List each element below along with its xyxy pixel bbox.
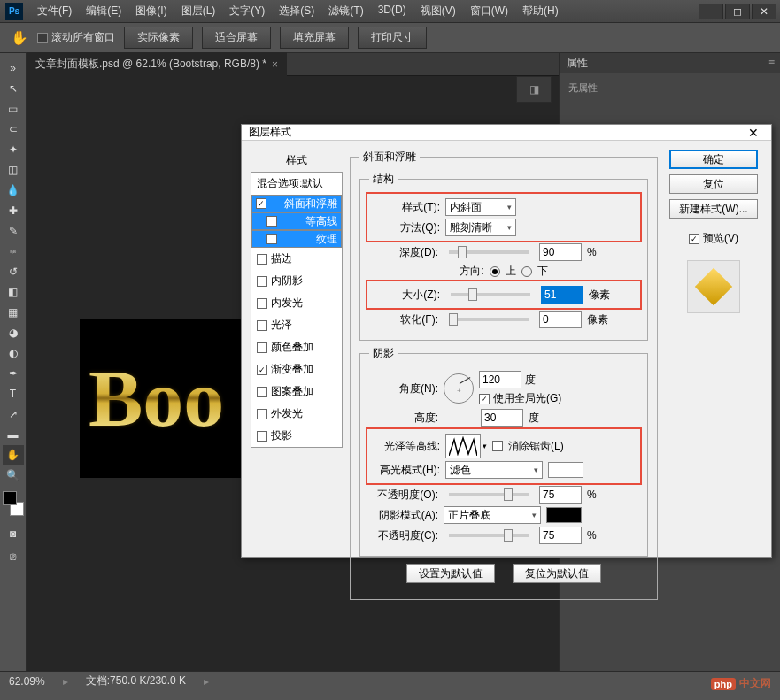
style-innershadow[interactable]: 内阴影: [251, 270, 342, 292]
checkbox-icon[interactable]: [257, 254, 267, 265]
angle-wheel[interactable]: +: [444, 373, 474, 404]
make-default-button[interactable]: 设置为默认值: [406, 564, 495, 583]
style-stroke[interactable]: 描边: [251, 248, 342, 270]
move-tool[interactable]: ↖: [3, 79, 24, 98]
path-tool[interactable]: ↗: [3, 404, 24, 424]
checkbox-icon[interactable]: [257, 298, 267, 309]
lasso-tool[interactable]: ⊂: [3, 119, 24, 139]
collapse-icon[interactable]: »: [3, 58, 24, 78]
checkbox-icon[interactable]: [257, 387, 267, 397]
style-type-select[interactable]: 内斜面▾: [445, 198, 516, 216]
cancel-button[interactable]: 复位: [669, 174, 758, 194]
style-satin[interactable]: 光泽: [251, 314, 342, 336]
menu-window[interactable]: 窗口(W): [465, 0, 514, 22]
ok-button[interactable]: 确定: [669, 150, 758, 169]
scroll-all-checkbox[interactable]: 滚动所有窗口: [37, 30, 115, 45]
gradient-tool[interactable]: ▦: [3, 303, 24, 322]
menu-filter[interactable]: 滤镜(T): [323, 0, 368, 22]
checkbox-icon[interactable]: ✓: [257, 365, 267, 375]
angle-input[interactable]: [479, 371, 521, 388]
shadow-mode-select[interactable]: 正片叠底▾: [444, 506, 541, 524]
style-texture[interactable]: 纹理: [251, 230, 342, 248]
sh-opacity-slider[interactable]: [449, 534, 529, 537]
pen-tool[interactable]: ✒: [3, 364, 24, 383]
heal-tool[interactable]: ✚: [3, 201, 24, 220]
brush-tool[interactable]: ✎: [3, 221, 24, 241]
collapsed-dock-icon[interactable]: ◨: [516, 76, 552, 103]
direction-up-radio[interactable]: [490, 266, 500, 277]
new-style-button[interactable]: 新建样式(W)...: [669, 199, 758, 219]
fill-screen-button[interactable]: 填充屏幕: [280, 27, 349, 49]
print-size-button[interactable]: 打印尺寸: [358, 27, 427, 49]
wand-tool[interactable]: ✦: [3, 140, 24, 159]
checkbox-icon[interactable]: [257, 276, 267, 287]
menu-file[interactable]: 文件(F): [32, 0, 77, 22]
maximize-button[interactable]: ◻: [725, 4, 750, 19]
soften-slider[interactable]: [449, 318, 529, 321]
marquee-tool[interactable]: ▭: [3, 99, 24, 119]
style-gradoverlay[interactable]: ✓渐变叠加: [251, 358, 342, 381]
crop-tool[interactable]: ◫: [3, 160, 24, 180]
menu-select[interactable]: 选择(S): [274, 0, 320, 22]
checkbox-icon[interactable]: [257, 409, 267, 419]
checkbox-icon[interactable]: [257, 431, 267, 442]
menu-edit[interactable]: 编辑(E): [81, 0, 127, 22]
blend-options-item[interactable]: 混合选项:默认: [251, 173, 342, 195]
zoom-level[interactable]: 62.09%: [9, 675, 45, 688]
properties-tab[interactable]: 属性: [567, 56, 588, 71]
checkbox-icon[interactable]: [266, 234, 277, 244]
document-tab[interactable]: 文章封面模板.psd @ 62.1% (Bootstrap, RGB/8) * …: [27, 52, 287, 76]
menu-image[interactable]: 图像(I): [130, 0, 172, 22]
menu-layer[interactable]: 图层(L): [176, 0, 221, 22]
panel-menu-icon[interactable]: ≡: [768, 57, 775, 69]
menu-type[interactable]: 文字(Y): [224, 0, 270, 22]
soften-input[interactable]: [539, 311, 582, 328]
chevron-down-icon[interactable]: ▾: [483, 442, 487, 450]
checkbox-icon[interactable]: ✓: [256, 198, 266, 209]
highlight-mode-select[interactable]: 滤色▾: [445, 461, 543, 479]
checkbox-icon[interactable]: [266, 216, 277, 227]
sh-opacity-input[interactable]: [539, 527, 582, 544]
gloss-contour-picker[interactable]: [445, 434, 481, 458]
history-brush-tool[interactable]: ↺: [3, 262, 24, 281]
menu-3d[interactable]: 3D(D): [373, 0, 412, 22]
dialog-close-icon[interactable]: ✕: [743, 126, 764, 140]
checkbox-icon[interactable]: [257, 320, 267, 331]
close-button[interactable]: ✕: [752, 4, 776, 19]
shape-tool[interactable]: ▬: [3, 425, 24, 444]
preview-checkbox[interactable]: ✓ 预览(V): [689, 231, 738, 246]
style-contour[interactable]: 等高线: [251, 212, 342, 230]
highlight-color-swatch[interactable]: [548, 462, 583, 478]
global-light-checkbox[interactable]: ✓: [479, 394, 490, 404]
color-swatches[interactable]: [3, 491, 24, 516]
quickmask-icon[interactable]: ◙: [3, 524, 24, 543]
zoom-tool[interactable]: 🔍: [3, 465, 24, 485]
direction-down-radio[interactable]: [521, 266, 532, 277]
size-input[interactable]: [541, 286, 583, 304]
checkbox-icon[interactable]: [257, 342, 267, 353]
fit-screen-button[interactable]: 适合屏幕: [202, 27, 271, 49]
blur-tool[interactable]: ◕: [3, 323, 24, 342]
style-outerglow[interactable]: 外发光: [251, 403, 342, 425]
reset-default-button[interactable]: 复位为默认值: [513, 564, 601, 583]
doc-size[interactable]: 文档:750.0 K/230.0 K: [86, 673, 186, 688]
stamp-tool[interactable]: ⎃: [3, 242, 24, 261]
menu-help[interactable]: 帮助(H): [517, 0, 564, 22]
eyedropper-tool[interactable]: 💧: [3, 181, 24, 200]
altitude-input[interactable]: [481, 409, 523, 427]
hl-opacity-input[interactable]: [539, 486, 582, 504]
style-bevel[interactable]: ✓斜面和浮雕: [251, 195, 342, 212]
size-slider[interactable]: [451, 293, 530, 296]
actual-pixels-button[interactable]: 实际像素: [124, 27, 193, 49]
zoom-arrow-icon[interactable]: ▸: [63, 675, 68, 688]
depth-slider[interactable]: [449, 250, 529, 254]
technique-select[interactable]: 雕刻清晰▾: [445, 219, 516, 236]
antialias-checkbox[interactable]: [492, 441, 503, 451]
style-coloroverlay[interactable]: 颜色叠加: [251, 336, 342, 358]
shadow-color-swatch[interactable]: [546, 507, 582, 523]
styles-header[interactable]: 样式: [251, 150, 343, 172]
doc-arrow-icon[interactable]: ▸: [204, 675, 209, 688]
screenmode-icon[interactable]: ⎚: [3, 547, 24, 566]
style-pattoverlay[interactable]: 图案叠加: [251, 381, 342, 403]
style-innerglow[interactable]: 内发光: [251, 292, 342, 314]
